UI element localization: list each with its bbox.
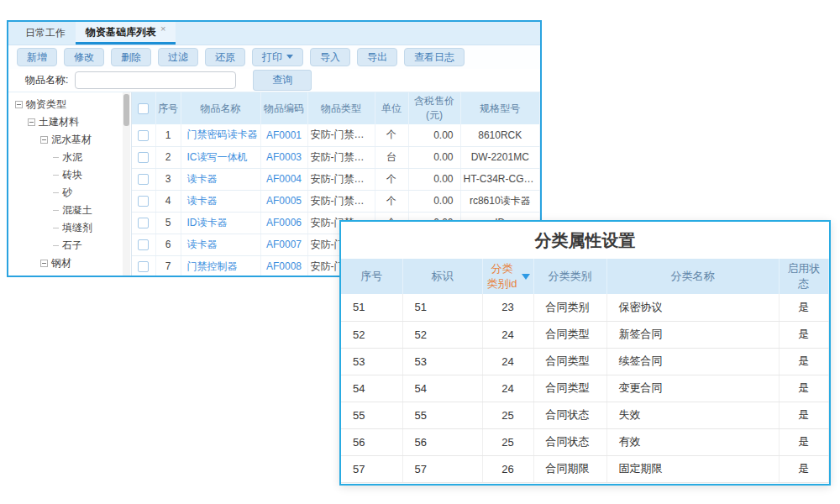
row-checkbox[interactable] [138, 130, 149, 141]
checkbox-cell [132, 190, 155, 212]
tab-materials-list[interactable]: 物资基础库列表 × [76, 22, 176, 45]
tree-item[interactable]: 砖块 [8, 166, 131, 184]
column-header[interactable]: 物品类型 [307, 92, 375, 124]
tree-item[interactable]: 土建材料 [8, 113, 131, 131]
collapse-icon[interactable] [28, 118, 35, 126]
ident-cell: 56 [402, 428, 482, 455]
tree-item[interactable]: 钢板 [8, 272, 131, 276]
category-name-cell: 续签合同 [606, 348, 779, 375]
category-name-cell: 失效 [606, 402, 779, 428]
toolbar-button-edit[interactable]: 修改 [64, 48, 104, 66]
row-checkbox[interactable] [138, 152, 149, 163]
item-type-cell: 安防-门禁系统 [307, 146, 375, 168]
row-checkbox[interactable] [138, 239, 149, 250]
item-code-link[interactable]: AF0006 [266, 217, 302, 228]
close-icon[interactable]: × [160, 24, 165, 34]
item-name-link[interactable]: 读卡器 [187, 173, 218, 185]
seq-cell: 2 [155, 146, 181, 168]
row-checkbox[interactable] [138, 218, 149, 228]
tree-item[interactable]: 物资类型 [8, 96, 131, 113]
category-name-cell: 新签合同 [606, 321, 779, 348]
seq-cell: 7 [155, 255, 181, 276]
collapse-icon[interactable] [15, 101, 23, 108]
checkbox-cell [132, 234, 155, 255]
column-header[interactable]: 分类名称 [606, 259, 779, 294]
toolbar-button-filter[interactable]: 过滤 [158, 48, 198, 66]
row-checkbox[interactable] [138, 261, 149, 272]
column-header[interactable]: 物品名称 [181, 92, 260, 124]
item-name-link[interactable]: 门禁控制器 [187, 260, 238, 272]
item-name-input[interactable] [75, 71, 236, 89]
tree-scrollbar[interactable] [123, 92, 130, 276]
sort-arrow-icon[interactable] [522, 274, 530, 280]
item-code-cell: AF0008 [260, 255, 307, 276]
toolbar-button-export[interactable]: 导出 [357, 48, 397, 66]
column-header[interactable]: 序号 [341, 259, 402, 294]
item-code-link[interactable]: AF0004 [266, 173, 302, 185]
item-code-link[interactable]: AF0005 [266, 195, 302, 207]
tree-item[interactable]: 泥水基材 [8, 131, 131, 149]
category-type-cell: 合同类型 [533, 348, 606, 375]
tree-items: 物资类型土建材料泥水基材水泥砖块砂混凝土填缝剂石子钢材钢板钢管 [8, 96, 131, 276]
toolbar-button-view-log[interactable]: 查看日志 [404, 48, 465, 66]
price-cell: 0.00 [408, 124, 460, 146]
item-name-link[interactable]: 门禁密码读卡器 [187, 129, 258, 140]
column-header[interactable]: 标识 [402, 259, 482, 294]
item-code-link[interactable]: AF0003 [266, 151, 302, 163]
toolbar-button-import[interactable]: 导入 [310, 48, 350, 66]
item-name-link[interactable]: 读卡器 [187, 195, 218, 207]
tree-connector [53, 210, 59, 211]
item-code-link[interactable]: AF0007 [266, 239, 302, 250]
scrollbar-thumb[interactable] [123, 94, 129, 126]
unit-cell: 个 [375, 190, 408, 212]
row-checkbox[interactable] [138, 196, 149, 207]
toolbar-button-print[interactable]: 打印 [252, 48, 303, 66]
tree-item[interactable]: 水泥 [8, 149, 131, 166]
tree-item[interactable]: 砂 [8, 184, 131, 202]
tree-item[interactable]: 石子 [8, 237, 131, 255]
category-attribute-window: 分类属性设置 序号标识分类类别id分类类别分类名称启用状态 515123合同类别… [339, 220, 831, 486]
enabled-cell: 是 [779, 321, 829, 348]
tree-item[interactable]: 钢材 [8, 255, 131, 272]
column-header[interactable]: 含税售价(元) [408, 92, 460, 124]
item-name-link[interactable]: IC读写一体机 [187, 151, 248, 163]
column-header[interactable]: 序号 [155, 92, 181, 124]
tab-label: 日常工作 [25, 26, 66, 40]
column-header[interactable]: 规格型号 [460, 92, 540, 124]
column-header[interactable]: 分类类别id [482, 259, 533, 294]
seq-cell: 54 [341, 375, 402, 402]
tree-item[interactable]: 填缝剂 [8, 219, 131, 237]
item-code-link[interactable]: AF0001 [266, 129, 302, 141]
column-header[interactable]: 单位 [375, 92, 408, 124]
category-type-cell: 合同类型 [533, 375, 606, 402]
tree-item-label: 钢板 [62, 274, 82, 276]
toolbar-button-delete[interactable]: 删除 [111, 48, 151, 66]
collapse-icon[interactable] [40, 136, 48, 144]
column-header[interactable]: 物品编码 [260, 92, 307, 124]
table-row: 3读卡器AF0004安防-门禁系统个0.00HT-C34R-CG1... [132, 168, 540, 190]
query-button[interactable]: 查询 [253, 70, 312, 91]
toolbar-button-restore[interactable]: 还原 [205, 48, 245, 66]
ident-cell: 57 [402, 455, 482, 482]
item-code-cell: AF0004 [260, 168, 307, 190]
item-code-link[interactable]: AF0008 [266, 260, 302, 272]
select-all-checkbox[interactable] [138, 103, 149, 114]
item-name-link[interactable]: ID读卡器 [187, 217, 228, 228]
category-name-cell: 固定期限 [606, 455, 779, 482]
table-row: 575726合同期限固定期限是 [341, 455, 829, 482]
spec-cell: DW-2201MC [460, 146, 540, 168]
row-checkbox[interactable] [138, 174, 149, 185]
collapse-icon[interactable] [40, 260, 48, 267]
tree-item-label: 物资类型 [26, 97, 66, 112]
item-code-cell: AF0001 [260, 124, 307, 146]
category-table: 序号标识分类类别id分类类别分类名称启用状态 515123合同类别保密协议是52… [341, 259, 829, 483]
seq-cell: 1 [155, 124, 181, 146]
checkbox-cell [132, 146, 155, 168]
category-name-cell: 有效 [606, 428, 779, 455]
tab-daily-work[interactable]: 日常工作 [15, 22, 76, 45]
tree-item[interactable]: 混凝土 [8, 202, 131, 219]
column-header[interactable]: 分类类别 [533, 259, 606, 294]
item-name-link[interactable]: 读卡器 [187, 239, 218, 250]
column-header[interactable]: 启用状态 [779, 259, 829, 294]
toolbar-button-new[interactable]: 新增 [17, 48, 57, 66]
